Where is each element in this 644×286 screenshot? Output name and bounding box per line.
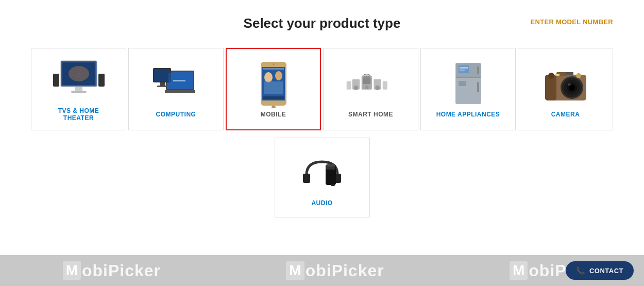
watermark-logo-2: M obiPicker [286, 261, 384, 280]
product-card-mobile[interactable]: MOBILE [226, 48, 321, 130]
watermark-bar: M obiPicker M obiPicker M obiPic 📞 CONTA… [0, 255, 644, 286]
product-card-smart-home[interactable]: SMART HOME [323, 48, 418, 130]
smart-home-icon [345, 60, 397, 107]
svg-rect-22 [264, 81, 283, 94]
svg-point-33 [375, 85, 380, 90]
svg-rect-45 [460, 67, 468, 69]
page-header: Select your product type ENTER MODEL NUM… [0, 0, 644, 42]
tvs-label: TVS & HOMETHEATER [58, 107, 99, 122]
svg-point-58 [548, 73, 554, 79]
audio-icon [296, 149, 348, 195]
camera-label: CAMERA [551, 111, 580, 118]
svg-point-29 [365, 85, 368, 89]
product-card-camera[interactable]: CAMERA [518, 48, 613, 130]
contact-label: CONTACT [589, 267, 623, 275]
svg-point-65 [326, 164, 335, 167]
svg-point-26 [273, 63, 275, 65]
product-card-audio[interactable]: AUDIO [275, 138, 370, 217]
svg-rect-34 [346, 81, 351, 89]
product-card-tvs[interactable]: 🎵 TVS & HOMETHEATER [31, 48, 126, 130]
svg-rect-3 [71, 91, 87, 93]
tvs-icon: 🎵 [53, 57, 105, 103]
svg-rect-24 [263, 96, 284, 99]
svg-rect-59 [566, 72, 573, 75]
computing-icon: ▬▬▬ [150, 60, 202, 107]
svg-rect-13 [160, 82, 165, 86]
svg-rect-14 [157, 86, 168, 87]
mobile-icon [248, 60, 299, 107]
svg-rect-42 [477, 66, 479, 74]
svg-point-57 [576, 73, 581, 78]
watermark-logo-1: M obiPicker [63, 261, 161, 280]
svg-rect-35 [382, 81, 387, 89]
svg-text:🎵: 🎵 [76, 72, 81, 77]
smart-home-label: SMART HOME [348, 111, 393, 118]
svg-rect-47 [459, 81, 466, 86]
svg-point-25 [272, 106, 276, 108]
audio-label: AUDIO [311, 199, 332, 207]
svg-text:▬▬▬: ▬▬▬ [173, 78, 185, 82]
page-title: Select your product type [244, 15, 401, 31]
product-card-home-appliances[interactable]: HOME APPLIANCES [420, 48, 516, 130]
enter-model-link[interactable]: ENTER MODEL NUMBER [531, 18, 613, 26]
product-card-computing[interactable]: ▬▬▬ COMPUTING [128, 48, 224, 130]
svg-rect-28 [363, 77, 370, 84]
svg-rect-60 [555, 74, 560, 76]
svg-rect-5 [98, 74, 105, 87]
svg-rect-44 [459, 65, 469, 73]
svg-rect-10 [165, 90, 195, 93]
svg-rect-12 [154, 69, 170, 81]
product-grid: 🎵 TVS & HOMETHEATER ▬▬▬ CO [0, 42, 644, 137]
home-appliances-icon [443, 60, 494, 107]
second-row-grid: AUDIO [0, 137, 644, 218]
contact-button[interactable]: 📞 CONTACT [566, 261, 634, 280]
svg-rect-46 [460, 70, 465, 71]
svg-rect-23 [263, 68, 284, 70]
camera-icon [540, 60, 591, 107]
svg-rect-2 [75, 87, 82, 91]
svg-point-20 [264, 72, 273, 82]
home-appliances-label: HOME APPLIANCES [436, 111, 500, 118]
svg-rect-4 [53, 74, 59, 87]
svg-point-21 [275, 71, 282, 80]
computing-label: COMPUTING [156, 111, 196, 118]
svg-rect-43 [477, 82, 479, 92]
svg-rect-61 [303, 174, 310, 183]
phone-icon: 📞 [576, 266, 585, 275]
svg-point-31 [353, 85, 358, 90]
mobile-label: MOBILE [261, 111, 286, 118]
svg-rect-66 [331, 184, 335, 186]
